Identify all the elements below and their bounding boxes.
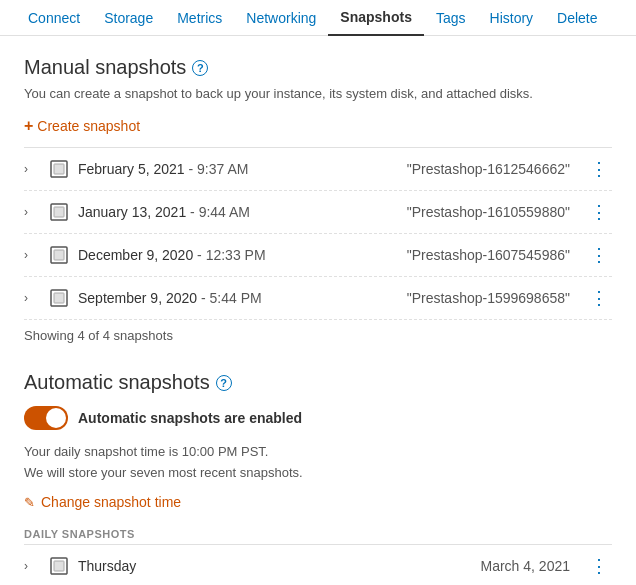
snapshot-label-1: January 13, 2021 - 9:44 AM — [78, 204, 399, 220]
create-snapshot-link[interactable]: + Create snapshot — [24, 117, 140, 135]
snapshot-row: › February 5, 2021 - 9:37 AM "Prestashop… — [24, 148, 612, 191]
daily-kebab-0[interactable]: ⋮ — [586, 555, 612, 577]
manual-description: You can create a snapshot to back up you… — [24, 85, 612, 103]
automatic-title-text: Automatic snapshots — [24, 371, 210, 394]
automatic-snapshots-title: Automatic snapshots ? — [24, 371, 612, 394]
automatic-snapshots-section: Automatic snapshots ? Automatic snapshot… — [24, 371, 612, 585]
snapshot-label-3: September 9, 2020 - 5:44 PM — [78, 290, 399, 306]
create-snapshot-label: Create snapshot — [37, 118, 140, 134]
nav-history[interactable]: History — [478, 0, 546, 36]
toggle-row: Automatic snapshots are enabled — [24, 406, 612, 430]
expand-arrow-0[interactable]: › — [24, 162, 40, 176]
nav-networking[interactable]: Networking — [234, 0, 328, 36]
kebab-menu-3[interactable]: ⋮ — [586, 287, 612, 309]
snapshot-icon-3 — [48, 287, 70, 309]
expand-arrow-3[interactable]: › — [24, 291, 40, 305]
nav-metrics[interactable]: Metrics — [165, 0, 234, 36]
manual-snapshot-list: › February 5, 2021 - 9:37 AM "Prestashop… — [24, 147, 612, 320]
kebab-menu-0[interactable]: ⋮ — [586, 158, 612, 180]
daily-icon-0 — [48, 555, 70, 577]
snapshot-row: › January 13, 2021 - 9:44 AM "Prestashop… — [24, 191, 612, 234]
nav-connect[interactable]: Connect — [16, 0, 92, 36]
expand-arrow-2[interactable]: › — [24, 248, 40, 262]
edit-icon: ✎ — [24, 495, 35, 510]
daily-date-0: March 4, 2021 — [481, 558, 571, 574]
nav-delete[interactable]: Delete — [545, 0, 609, 36]
snapshot-name-2: "Prestashop-1607545986" — [407, 247, 570, 263]
daily-day-0: Thursday — [78, 558, 473, 574]
toggle-label: Automatic snapshots are enabled — [78, 410, 302, 426]
svg-rect-3 — [54, 207, 64, 217]
snapshot-name-3: "Prestashop-1599698658" — [407, 290, 570, 306]
daily-snapshots-header: DAILY SNAPSHOTS — [24, 528, 612, 540]
change-snapshot-time-link[interactable]: ✎ Change snapshot time — [24, 494, 181, 510]
svg-rect-1 — [54, 164, 64, 174]
daily-row: › Thursday March 4, 2021 ⋮ — [24, 545, 612, 585]
svg-rect-5 — [54, 250, 64, 260]
plus-icon: + — [24, 117, 33, 135]
auto-description: Your daily snapshot time is 10:00 PM PST… — [24, 442, 612, 484]
snapshot-icon-1 — [48, 201, 70, 223]
svg-rect-7 — [54, 293, 64, 303]
snapshot-name-1: "Prestashop-1610559880" — [407, 204, 570, 220]
snapshot-icon-2 — [48, 244, 70, 266]
automatic-help-icon[interactable]: ? — [216, 375, 232, 391]
snapshot-label-2: December 9, 2020 - 12:33 PM — [78, 247, 399, 263]
kebab-menu-1[interactable]: ⋮ — [586, 201, 612, 223]
daily-expand-0[interactable]: › — [24, 559, 40, 573]
top-navigation: Connect Storage Metrics Networking Snaps… — [0, 0, 636, 36]
nav-storage[interactable]: Storage — [92, 0, 165, 36]
toggle-thumb — [46, 408, 66, 428]
change-link-label: Change snapshot time — [41, 494, 181, 510]
toggle-track — [24, 406, 68, 430]
daily-snapshot-list: › Thursday March 4, 2021 ⋮ › — [24, 544, 612, 585]
snapshot-icon-0 — [48, 158, 70, 180]
svg-rect-9 — [54, 561, 64, 571]
kebab-menu-2[interactable]: ⋮ — [586, 244, 612, 266]
manual-snapshots-title: Manual snapshots ? — [24, 56, 612, 79]
snapshot-row: › December 9, 2020 - 12:33 PM "Prestasho… — [24, 234, 612, 277]
snapshot-name-0: "Prestashop-1612546662" — [407, 161, 570, 177]
manual-title-text: Manual snapshots — [24, 56, 186, 79]
snapshot-row: › September 9, 2020 - 5:44 PM "Prestasho… — [24, 277, 612, 320]
automatic-toggle[interactable] — [24, 406, 68, 430]
expand-arrow-1[interactable]: › — [24, 205, 40, 219]
auto-desc-line2: We will store your seven most recent sna… — [24, 465, 303, 480]
main-content: Manual snapshots ? You can create a snap… — [0, 36, 636, 585]
snapshot-label-0: February 5, 2021 - 9:37 AM — [78, 161, 399, 177]
showing-text: Showing 4 of 4 snapshots — [24, 320, 612, 351]
nav-snapshots[interactable]: Snapshots — [328, 0, 424, 36]
manual-help-icon[interactable]: ? — [192, 60, 208, 76]
auto-desc-line1: Your daily snapshot time is 10:00 PM PST… — [24, 444, 268, 459]
nav-tags[interactable]: Tags — [424, 0, 478, 36]
